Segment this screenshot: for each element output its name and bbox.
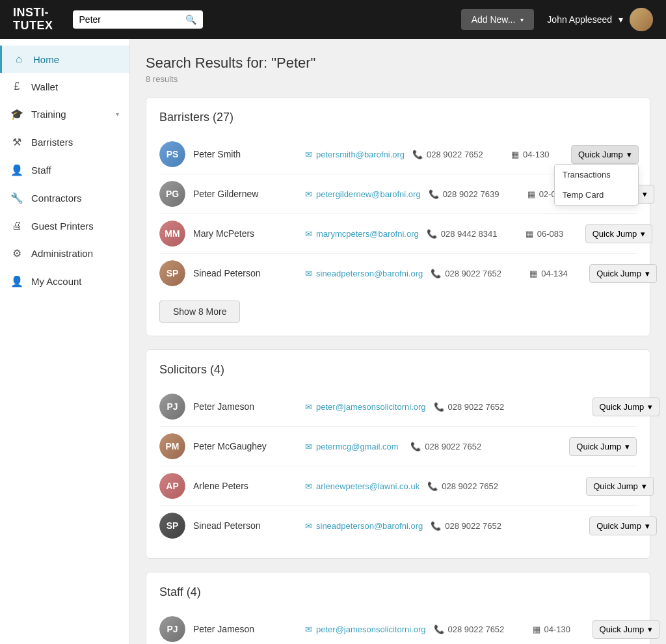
dropdown-item-temp-card[interactable]: Temp Card <box>555 185 638 205</box>
sidebar-item-administration[interactable]: ⚙ Administration <box>0 239 129 267</box>
quick-jump-button[interactable]: Quick Jump ▾ <box>571 145 639 164</box>
person-phone: 📞 028 9022 7652 <box>410 442 501 451</box>
sidebar-item-staff[interactable]: 👤 Staff <box>0 156 129 184</box>
person-phone: 📞 028 9022 7639 <box>429 189 520 199</box>
person-email[interactable]: ✉ petergildernew@barofni.org <box>305 189 421 199</box>
sidebar-item-barristers[interactable]: ⚒ Barristers <box>0 128 129 156</box>
email-link[interactable]: sineadpeterson@barofni.org <box>316 521 423 531</box>
quick-jump-wrapper: Quick Jump ▾ <box>593 620 660 639</box>
user-avatar <box>630 8 653 31</box>
wallet-icon: £ <box>10 81 23 92</box>
email-link[interactable]: petergildernew@barofni.org <box>316 189 421 199</box>
person-email[interactable]: ✉ peter@jamesonsolicitorni.org <box>305 624 426 634</box>
person-name: Peter Smith <box>193 149 297 159</box>
person-name: Sinead Peterson <box>193 268 297 278</box>
header: INSTI- TUTEX 🔍 Add New... ▾ John Applese… <box>0 0 666 39</box>
sidebar-label-staff: Staff <box>31 165 119 176</box>
sidebar-label-barristers: Barristers <box>31 137 119 148</box>
guest-printers-icon: 🖨 <box>10 220 23 232</box>
sidebar-item-guest-printers[interactable]: 🖨 Guest Printers <box>0 212 129 239</box>
sidebar-item-home[interactable]: ⌂ Home <box>0 46 129 73</box>
my-account-icon: 👤 <box>10 275 23 288</box>
person-email[interactable]: ✉ sineadpeterson@barofni.org <box>305 269 423 278</box>
person-email[interactable]: ✉ sineadpeterson@barofni.org <box>305 521 423 531</box>
room-icon: ▦ <box>529 269 537 278</box>
search-icon: 🔍 <box>185 14 196 25</box>
phone-icon: 📞 <box>431 269 441 278</box>
email-link[interactable]: petersmith@barofni.org <box>316 150 405 159</box>
main-layout: ⌂ Home £ Wallet 🎓 Training ▾ ⚒ Barrister… <box>0 39 666 644</box>
table-row: SP Sinead Peterson ✉ sineadpeterson@baro… <box>159 506 637 545</box>
table-row: PJ Peter Jameson ✉ peter@jamesonsolicito… <box>159 610 637 644</box>
sidebar-item-wallet[interactable]: £ Wallet <box>0 73 129 100</box>
avatar: PJ <box>159 394 185 420</box>
quick-jump-chevron-icon: ▾ <box>641 229 645 239</box>
dropdown-item-transactions[interactable]: Transactions <box>555 165 638 185</box>
quick-jump-label: Quick Jump <box>576 442 621 451</box>
add-new-chevron-icon: ▾ <box>520 16 524 23</box>
solicitors-section: Solicitors (4) PJ Peter Jameson ✉ peter@… <box>146 349 650 559</box>
sidebar-label-guest-printers: Guest Printers <box>31 221 119 232</box>
email-link[interactable]: peter@jamesonsolicitorni.org <box>316 624 426 634</box>
email-link[interactable]: marymcpeters@barofni.org <box>316 229 419 239</box>
person-name: Peter McGaughey <box>193 441 297 451</box>
avatar: AP <box>159 473 185 499</box>
quick-jump-label: Quick Jump <box>593 481 638 491</box>
person-email[interactable]: ✉ marymcpeters@barofni.org <box>305 229 419 239</box>
solicitors-title: Solicitors (4) <box>159 363 637 377</box>
phone-icon: 📞 <box>434 402 444 412</box>
sidebar-label-home: Home <box>33 54 119 65</box>
barristers-section: Barristers (27) PS Peter Smith ✉ petersm… <box>146 97 650 336</box>
sidebar-item-my-account[interactable]: 👤 My Account <box>0 267 129 295</box>
quick-jump-label: Quick Jump <box>593 229 637 239</box>
add-new-button[interactable]: Add New... ▾ <box>461 9 535 30</box>
person-email[interactable]: ✉ petersmith@barofni.org <box>305 150 405 159</box>
email-link[interactable]: arlenewpeters@lawni.co.uk <box>316 481 420 491</box>
show-more-button[interactable]: Show 8 More <box>159 301 240 323</box>
email-link[interactable]: petermcg@gmail.com <box>316 442 399 451</box>
person-phone: 📞 028 9022 7652 <box>431 521 522 531</box>
person-email[interactable]: ✉ peter@jamesonsolicitorni.org <box>305 402 426 412</box>
table-row: PM Peter McGaughey ✉ petermcg@gmail.com … <box>159 427 637 466</box>
quick-jump-chevron-icon: ▾ <box>627 150 632 159</box>
email-link[interactable]: sineadpeterson@barofni.org <box>316 269 423 278</box>
user-menu[interactable]: John Appleseed ▾ <box>547 8 653 31</box>
quick-jump-button[interactable]: Quick Jump ▾ <box>586 477 654 496</box>
person-name: Sinead Peterson <box>193 520 297 531</box>
email-icon: ✉ <box>305 442 312 451</box>
quick-jump-label: Quick Jump <box>596 521 641 531</box>
quick-jump-chevron-icon: ▾ <box>645 521 650 531</box>
email-icon: ✉ <box>305 402 312 412</box>
phone-icon: 📞 <box>429 189 439 199</box>
sidebar-label-contractors: Contractors <box>31 193 119 204</box>
sidebar-item-contractors[interactable]: 🔧 Contractors <box>0 184 129 212</box>
email-link[interactable]: peter@jamesonsolicitorni.org <box>316 402 426 412</box>
person-phone: 📞 028 9022 7652 <box>434 624 525 634</box>
sidebar-label-training: Training <box>31 109 108 120</box>
quick-jump-button[interactable]: Quick Jump ▾ <box>593 620 660 639</box>
search-box[interactable]: 🔍 <box>73 10 203 29</box>
person-email[interactable]: ✉ arlenewpeters@lawni.co.uk <box>305 481 420 491</box>
avatar: SP <box>159 260 185 286</box>
quick-jump-button[interactable]: Quick Jump ▾ <box>569 437 637 456</box>
person-name: Peter Jameson <box>193 624 297 634</box>
contractors-icon: 🔧 <box>10 192 23 204</box>
quick-jump-wrapper: Quick Jump ▾ <box>589 517 657 535</box>
email-icon: ✉ <box>305 189 312 199</box>
barristers-title: Barristers (27) <box>159 111 637 124</box>
search-input[interactable] <box>79 14 180 25</box>
sidebar-item-training[interactable]: 🎓 Training ▾ <box>0 100 129 128</box>
email-icon: ✉ <box>305 624 312 634</box>
quick-jump-chevron-icon: ▾ <box>648 402 652 412</box>
room-icon: ▦ <box>526 229 533 239</box>
quick-jump-button[interactable]: Quick Jump ▾ <box>585 224 653 243</box>
barristers-icon: ⚒ <box>10 136 23 148</box>
avatar: PS <box>159 141 185 167</box>
quick-jump-wrapper: Quick Jump ▾ <box>569 437 637 456</box>
quick-jump-button[interactable]: Quick Jump ▾ <box>593 397 660 416</box>
quick-jump-label: Quick Jump <box>600 402 645 412</box>
quick-jump-button[interactable]: Quick Jump ▾ <box>589 264 657 283</box>
table-row: MM Mary McPeters ✉ marymcpeters@barofni.… <box>159 214 637 254</box>
person-email[interactable]: ✉ petermcg@gmail.com <box>305 442 403 451</box>
quick-jump-button[interactable]: Quick Jump ▾ <box>589 517 657 535</box>
